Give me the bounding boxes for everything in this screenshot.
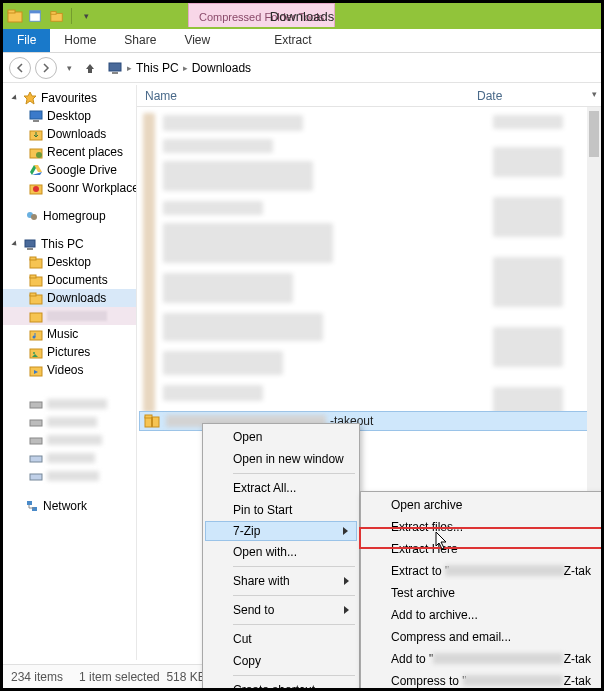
menu-copy[interactable]: Copy [205, 650, 357, 672]
crumb-thispc[interactable]: This PC [136, 61, 179, 75]
chevron-icon[interactable]: ▸ [127, 63, 132, 73]
submenu-compress-to[interactable]: Compress to " Z-tak [363, 670, 601, 691]
recent-icon [29, 145, 43, 159]
menu-create-shortcut[interactable]: Create shortcut [205, 679, 357, 691]
tab-home[interactable]: Home [50, 29, 110, 52]
submenu-extract-files[interactable]: Extract files... [363, 516, 601, 538]
nav-item-label: Downloads [47, 127, 106, 141]
drive-icon [29, 469, 43, 483]
svg-rect-8 [30, 111, 42, 119]
column-date[interactable]: Date [477, 85, 601, 106]
svg-rect-32 [30, 420, 42, 426]
submenu-add-to[interactable]: Add to " Z-tak [363, 648, 601, 670]
tab-view[interactable]: View [170, 29, 224, 52]
nav-favourites[interactable]: Favourites [3, 89, 136, 107]
qat-customize-button[interactable]: ▾ [76, 6, 96, 26]
tab-extract[interactable]: Extract [260, 29, 325, 52]
nav-label: Network [43, 499, 87, 513]
svg-point-14 [33, 186, 39, 192]
nav-item-pc-documents[interactable]: Documents [3, 271, 136, 289]
submenu-test-archive[interactable]: Test archive [363, 582, 601, 604]
nav-thispc[interactable]: This PC [3, 235, 136, 253]
tab-file[interactable]: File [3, 29, 50, 52]
submenu-extract-here[interactable]: Extract Here [363, 538, 601, 560]
qat-properties-button[interactable] [25, 6, 45, 26]
nav-network[interactable]: Network [3, 497, 136, 515]
scroll-thumb[interactable] [589, 111, 599, 157]
menu-extract-all[interactable]: Extract All... [205, 477, 357, 499]
context-menu: Open Open in new window Extract All... P… [202, 423, 360, 691]
nav-item-blur5[interactable] [3, 467, 136, 485]
submenu-arrow-icon [343, 527, 348, 535]
menu-separator [233, 473, 355, 474]
menu-pin-to-start[interactable]: Pin to Start [205, 499, 357, 521]
svg-rect-25 [30, 313, 42, 322]
menu-separator [233, 595, 355, 596]
menu-7zip[interactable]: 7-Zip [205, 521, 357, 541]
qat-newfolder-button[interactable] [47, 6, 67, 26]
nav-item-label: Downloads [47, 291, 106, 305]
nav-item-blur3[interactable] [3, 431, 136, 449]
svg-rect-33 [30, 438, 42, 444]
menu-separator [233, 624, 355, 625]
nav-label: This PC [41, 237, 84, 251]
nav-item-pc-videos[interactable]: Videos [3, 361, 136, 379]
expand-icon [11, 240, 18, 247]
star-icon [23, 91, 37, 105]
submenu-arrow-icon [344, 577, 349, 585]
contextual-tab-label: Compressed Folder Tools [188, 3, 335, 27]
svg-rect-26 [30, 331, 42, 340]
nav-item-label: Videos [47, 363, 83, 377]
submenu-add-to-archive[interactable]: Add to archive... [363, 604, 601, 626]
nav-label: Favourites [41, 91, 97, 105]
nav-item-label: Music [47, 327, 78, 341]
recent-locations-button[interactable]: ▾ [61, 60, 77, 76]
svg-point-12 [36, 152, 42, 158]
submenu-7zip: Open archive Extract files... Extract He… [360, 491, 604, 691]
column-caret-icon[interactable]: ▾ [592, 89, 597, 99]
drive-icon [29, 415, 43, 429]
chevron-icon[interactable]: ▸ [183, 63, 188, 73]
menu-cut[interactable]: Cut [205, 628, 357, 650]
menu-open-with[interactable]: Open with... [205, 541, 357, 563]
nav-item-soonr[interactable]: Soonr Workplace [3, 179, 136, 197]
nav-homegroup[interactable]: Homegroup [3, 207, 136, 225]
menu-send-to[interactable]: Send to [205, 599, 357, 621]
nav-item-pc-music[interactable]: Music [3, 325, 136, 343]
submenu-compress-email[interactable]: Compress and email... [363, 626, 601, 648]
nav-item-recent[interactable]: Recent places [3, 143, 136, 161]
svg-point-29 [33, 352, 35, 354]
title-bar: ▾ Compressed Folder Tools Downloads [3, 3, 601, 29]
nav-item-pc-sub[interactable] [3, 307, 136, 325]
nav-item-label [47, 311, 107, 321]
column-name[interactable]: Name [137, 85, 477, 106]
menu-share-with[interactable]: Share with [205, 570, 357, 592]
breadcrumb[interactable]: ▸ This PC ▸ Downloads [107, 60, 251, 76]
submenu-open-archive[interactable]: Open archive [363, 494, 601, 516]
menu-open-new-window[interactable]: Open in new window [205, 448, 357, 470]
crumb-downloads[interactable]: Downloads [192, 61, 251, 75]
nav-item-blur1[interactable] [3, 395, 136, 413]
nav-item-blur2[interactable] [3, 413, 136, 431]
nav-item-downloads[interactable]: Downloads [3, 125, 136, 143]
nav-item-pc-downloads[interactable]: Downloads [3, 289, 136, 307]
submenu-arrow-icon [344, 606, 349, 614]
nav-item-blur4[interactable] [3, 449, 136, 467]
forward-button[interactable] [35, 57, 57, 79]
nav-item-pc-pictures[interactable]: Pictures [3, 343, 136, 361]
nav-label: Homegroup [43, 209, 106, 223]
back-button[interactable] [9, 57, 31, 79]
up-button[interactable] [81, 59, 99, 77]
menu-open[interactable]: Open [205, 426, 357, 448]
nav-item-label: Desktop [47, 255, 91, 269]
soonr-icon [29, 181, 43, 195]
tab-share[interactable]: Share [110, 29, 170, 52]
nav-item-gdrive[interactable]: Google Drive [3, 161, 136, 179]
svg-rect-7 [112, 72, 118, 74]
videos-icon [29, 363, 43, 377]
expand-icon [11, 94, 18, 101]
submenu-extract-to[interactable]: Extract to " Z-tak [363, 560, 601, 582]
cursor-icon [435, 531, 449, 551]
nav-item-desktop[interactable]: Desktop [3, 107, 136, 125]
nav-item-pc-desktop[interactable]: Desktop [3, 253, 136, 271]
